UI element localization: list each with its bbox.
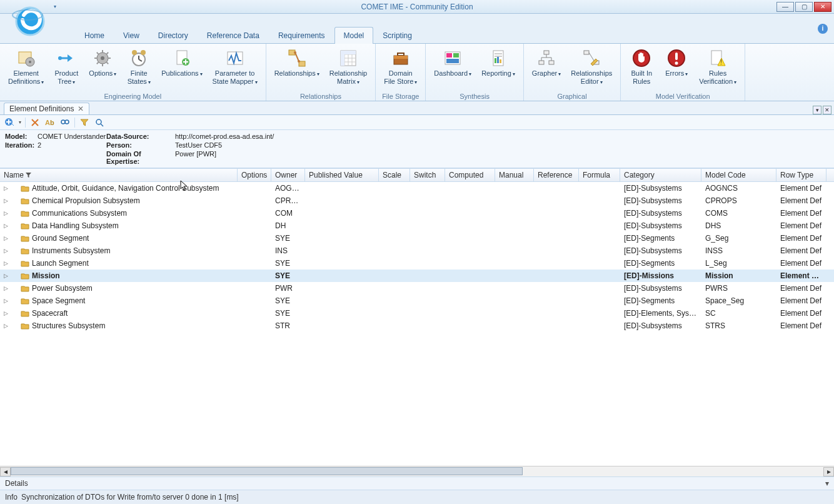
row-name: Launch Segment <box>32 259 89 268</box>
table-row[interactable]: ▷Communications SubsystemCOM[ED]-Subsyst… <box>0 207 834 219</box>
highlight-button[interactable]: Ab <box>44 117 56 128</box>
errors-button[interactable]: Errors▾ <box>660 45 693 92</box>
qat-dropdown-icon[interactable]: ▾ <box>54 4 56 9</box>
cell-owner: CPROP <box>271 196 305 205</box>
dashboard-button[interactable]: Dashboard▾ <box>430 45 476 92</box>
details-bar[interactable]: Details ▾ <box>0 476 834 490</box>
menu-tab-requirements[interactable]: Requirements <box>269 27 334 44</box>
column-header-computed[interactable]: Computed <box>445 169 495 181</box>
column-header-formula[interactable]: Formula <box>579 169 620 181</box>
grapher-button[interactable]: Grapher▾ <box>528 45 565 92</box>
menu-tab-view[interactable]: View <box>114 27 149 44</box>
expander-icon[interactable]: ▷ <box>4 323 9 329</box>
table-row[interactable]: ▷Instruments SubsystemINS[ED]-Subsystems… <box>0 244 834 257</box>
expander-icon[interactable]: ▷ <box>4 248 9 254</box>
product-tree-button[interactable]: Product Tree▾ <box>49 45 83 92</box>
table-row[interactable]: ▷Data Handling SubsystemDH[ED]-Subsystem… <box>0 219 834 232</box>
rel-matrix-icon <box>338 48 358 68</box>
svg-point-64 <box>65 120 69 124</box>
column-header-switch[interactable]: Switch <box>410 169 445 181</box>
param-state-button[interactable]: Parameter to State Mapper▾ <box>208 45 262 92</box>
ribbon-group-synthesis: Dashboard▾Reporting▾Synthesis <box>426 44 524 101</box>
find-button[interactable] <box>59 117 71 128</box>
app-logo-icon <box>8 4 48 38</box>
relationships-button[interactable]: Relationships▾ <box>270 45 324 92</box>
row-name: Communications Subsystem <box>32 209 127 218</box>
expander-icon[interactable]: ▷ <box>4 311 9 316</box>
svg-rect-46 <box>495 58 496 63</box>
builtin-rules-button[interactable]: Built In Rules <box>625 45 658 92</box>
help-icon[interactable]: i <box>818 24 828 34</box>
add-button[interactable] <box>4 117 15 128</box>
table-row[interactable]: ▷Space SegmentSYE[ED]-SegmentsSpace_SegE… <box>0 295 834 307</box>
horizontal-scrollbar[interactable]: ◂ ▸ <box>0 466 834 476</box>
table-row[interactable]: ▷Structures SubsystemSTR[ED]-SubsystemsS… <box>0 320 834 332</box>
menu-tab-directory[interactable]: Directory <box>149 27 198 44</box>
element-defs-button[interactable]: Element Definitions▾ <box>4 45 48 92</box>
dashboard-label: Dashboard▾ <box>434 69 471 78</box>
maximize-button[interactable]: ▢ <box>795 2 813 12</box>
delete-button[interactable] <box>29 117 41 128</box>
scroll-left-icon[interactable]: ◂ <box>0 467 11 476</box>
chevron-down-icon: ▾ <box>414 79 417 85</box>
table-row[interactable]: ▷MissionSYE[ED]-MissionsMissionElement D… <box>0 270 834 282</box>
param-state-icon <box>225 48 245 68</box>
column-header-reference[interactable]: Reference <box>534 169 579 181</box>
expander-icon[interactable]: ▷ <box>4 211 9 216</box>
column-header-category[interactable]: Category <box>620 169 701 181</box>
close-tab-icon[interactable]: ✕ <box>78 104 84 113</box>
cell-name: ▷Launch Segment <box>0 259 238 268</box>
menu-tab-home[interactable]: Home <box>75 27 114 44</box>
options-button[interactable]: Options▾ <box>84 45 121 92</box>
column-header-scale[interactable]: Scale <box>379 169 410 181</box>
column-header-options[interactable]: Options <box>238 169 271 181</box>
details-dropdown-icon[interactable]: ▾ <box>825 479 829 488</box>
chevron-down-icon: ▾ <box>734 79 736 85</box>
column-header-name[interactable]: Name <box>0 169 238 181</box>
rel-editor-button[interactable]: Relationships Editor▾ <box>566 45 616 92</box>
reporting-button[interactable]: Reporting▾ <box>477 45 520 92</box>
menu-tab-reference-data[interactable]: Reference Data <box>198 27 269 44</box>
cell-category: [ED]-Subsystems <box>620 196 701 205</box>
expander-icon[interactable]: ▷ <box>4 236 9 241</box>
column-header-published-value[interactable]: Published Value <box>305 169 379 181</box>
table-row[interactable]: ▷Launch SegmentSYE[ED]-SegmentsL_SegElem… <box>0 257 834 270</box>
expander-icon[interactable]: ▷ <box>4 223 9 229</box>
column-header-model-code[interactable]: Model Code <box>701 169 776 181</box>
expander-icon[interactable]: ▷ <box>4 198 9 204</box>
menu-tab-scripting[interactable]: Scripting <box>373 27 421 44</box>
rel-matrix-button[interactable]: Relationship Matrix▾ <box>325 45 372 92</box>
table-row[interactable]: ▷SpacecraftSYE[ED]-Elements, SystemsSCEl… <box>0 307 834 320</box>
domain-file-store-button[interactable]: Domain File Store▾ <box>379 45 421 92</box>
row-name: Spacecraft <box>32 309 68 318</box>
table-row[interactable]: ▷Attitude, Orbit, Guidance, Navigation C… <box>0 182 834 194</box>
minimize-button[interactable]: — <box>776 2 794 12</box>
table-row[interactable]: ▷Power SubsystemPWR[ED]-SubsystemsPWRSEl… <box>0 282 834 295</box>
search-button[interactable] <box>94 117 105 128</box>
column-header-row-type[interactable]: Row Type <box>776 169 826 181</box>
expander-icon[interactable]: ▷ <box>4 273 9 279</box>
param-state-label: Parameter to State Mapper▾ <box>213 69 258 85</box>
scroll-thumb[interactable] <box>11 467 523 475</box>
expander-icon[interactable]: ▷ <box>4 186 9 191</box>
close-button[interactable]: ✕ <box>814 2 831 12</box>
table-row[interactable]: ▷Chemical Propulsion SubsystemCPROP[ED]-… <box>0 194 834 207</box>
column-header-owner[interactable]: Owner <box>271 169 305 181</box>
expander-icon[interactable]: ▷ <box>4 298 9 304</box>
expander-icon[interactable]: ▷ <box>4 261 9 266</box>
expander-icon[interactable]: ▷ <box>4 286 9 291</box>
svg-rect-37 <box>398 53 404 56</box>
filter-button[interactable] <box>79 117 90 128</box>
finite-states-button[interactable]: Finite States▾ <box>122 45 156 92</box>
rel-matrix-label: Relationship Matrix▾ <box>329 69 368 85</box>
menu-tab-model[interactable]: Model <box>334 27 374 44</box>
table-row[interactable]: ▷Ground SegmentSYE[ED]-SegmentsG_SegElem… <box>0 232 834 244</box>
publications-button[interactable]: Publications▾ <box>157 45 206 92</box>
tab-close-icon[interactable]: ✕ <box>823 106 831 114</box>
rules-verif-button[interactable]: !Rules Verification▾ <box>695 45 741 92</box>
svg-rect-44 <box>495 53 502 54</box>
scroll-right-icon[interactable]: ▸ <box>823 467 834 476</box>
column-header-manual[interactable]: Manual <box>495 169 534 181</box>
tab-dropdown-icon[interactable]: ▾ <box>813 106 821 114</box>
document-tab[interactable]: Element Definitions ✕ <box>4 103 89 114</box>
